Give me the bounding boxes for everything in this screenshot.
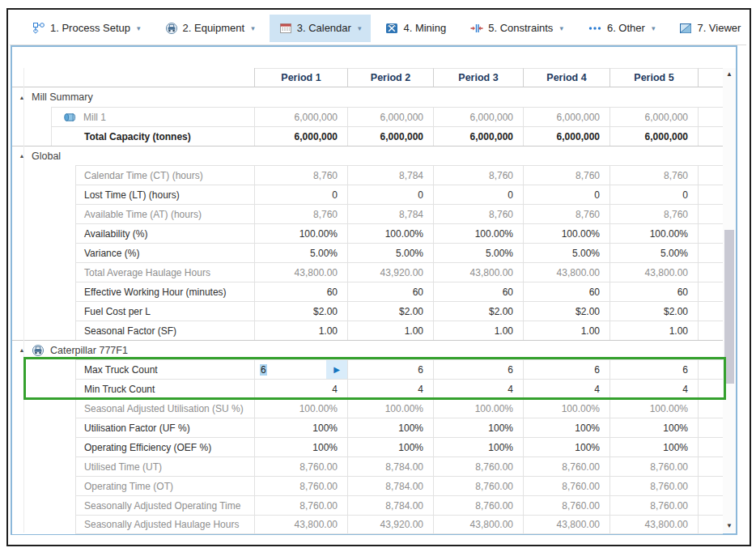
value-cell[interactable]: 6 xyxy=(348,359,434,379)
tab-2-equipment[interactable]: 2. Equipment▾ xyxy=(155,15,265,42)
tab-1-process-setup[interactable]: 1. Process Setup▾ xyxy=(23,15,151,42)
value-cell[interactable]: 6 xyxy=(434,359,524,379)
section-header-global[interactable]: ▲Global xyxy=(12,146,723,165)
value-cell[interactable]: 1.00 xyxy=(524,321,610,340)
value-cell[interactable]: 0 xyxy=(255,185,348,204)
header-filler xyxy=(699,68,723,87)
section-label: Caterpillar 777F1 xyxy=(50,345,128,356)
value-cell[interactable]: 60 xyxy=(524,282,610,301)
value-cell[interactable]: $2.00 xyxy=(434,301,524,321)
row-indent xyxy=(12,107,51,126)
value-cell[interactable]: 1.00 xyxy=(434,321,524,340)
chevron-down-icon[interactable]: ▾ xyxy=(652,24,656,32)
value-cell[interactable]: 5.00% xyxy=(610,243,699,262)
value-cell[interactable]: 100% xyxy=(434,437,524,456)
value-cell[interactable]: 1.00 xyxy=(610,321,699,340)
value-cell[interactable]: 4 xyxy=(348,379,434,398)
row-label[interactable]: Availability (%) xyxy=(75,223,255,243)
tab-4-mining[interactable]: 4. Mining xyxy=(376,15,456,42)
equipment-table: Period 1Period 2Period 3Period 4Period 5… xyxy=(12,68,723,534)
value-cell[interactable]: 4 xyxy=(434,379,524,398)
value-cell[interactable]: 4 xyxy=(255,379,348,398)
value-cell[interactable]: 5.00% xyxy=(524,243,610,262)
value-cell[interactable]: 0 xyxy=(348,185,434,204)
tab-3-calendar[interactable]: 3. Calendar▾ xyxy=(270,15,372,42)
row-label[interactable]: Operating Efficiency (OEF %) xyxy=(75,437,255,456)
scroll-down-icon[interactable]: ▼ xyxy=(723,520,736,531)
tab-7-viewer[interactable]: 7. Viewer xyxy=(669,15,750,42)
collapse-icon[interactable]: ▲ xyxy=(18,347,26,353)
table-row-utilisation-factor-uf: Utilisation Factor (UF %)100%100%100%100… xyxy=(12,418,723,437)
row-filler xyxy=(699,515,723,534)
value-cell[interactable]: 100.00% xyxy=(524,223,610,243)
value-cell[interactable]: 60 xyxy=(434,282,524,301)
value-cell[interactable]: 100% xyxy=(348,437,434,456)
scrollbar-thumb[interactable] xyxy=(724,230,734,384)
edit-cell-active[interactable]: 6▶ xyxy=(255,359,348,379)
value-cell[interactable]: 60 xyxy=(610,282,699,301)
row-indent xyxy=(12,165,75,185)
value-cell[interactable]: 0 xyxy=(610,185,699,204)
table-row-seasonally-adjusted-operating-time: Seasonally Adjusted Operating Time8,760.… xyxy=(12,495,723,515)
chevron-down-icon[interactable]: ▾ xyxy=(559,24,563,32)
value-cell[interactable]: 100.00% xyxy=(255,223,348,243)
value-cell[interactable]: 0 xyxy=(434,185,524,204)
value-cell[interactable]: 0 xyxy=(524,185,610,204)
value-cell[interactable]: 1.00 xyxy=(255,321,348,340)
edit-cell-value[interactable]: 6 xyxy=(260,364,267,376)
value-cell[interactable]: 6 xyxy=(524,359,610,379)
collapse-icon[interactable]: ▲ xyxy=(18,153,26,159)
chevron-down-icon[interactable]: ▾ xyxy=(251,24,255,32)
row-label[interactable]: Effective Working Hour (minutes) xyxy=(75,282,255,301)
row-label[interactable]: Max Truck Count xyxy=(75,359,255,379)
row-indent xyxy=(12,495,75,515)
row-label[interactable]: Min Truck Count xyxy=(75,379,255,398)
row-label[interactable]: Lost Time (LT) (hours) xyxy=(75,185,255,204)
value-cell[interactable]: 5.00% xyxy=(348,243,434,262)
chevron-down-icon[interactable]: ▾ xyxy=(358,24,362,32)
value-cell[interactable]: 100% xyxy=(524,418,610,437)
row-label[interactable]: Fuel Cost per L xyxy=(75,301,255,321)
column-header-period-1: Period 1 xyxy=(255,68,348,87)
collapse-icon[interactable]: ▲ xyxy=(18,95,26,100)
tab-5-constraints[interactable]: 5. Constraints▾ xyxy=(461,15,573,42)
value-cell[interactable]: 5.00% xyxy=(434,243,524,262)
value-cell[interactable]: 100% xyxy=(434,418,524,437)
tab-6-other[interactable]: 6. Other▾ xyxy=(578,15,665,42)
value-cell[interactable]: 6 xyxy=(610,359,699,379)
row-filler xyxy=(699,398,723,418)
scroll-up-icon[interactable]: ▲ xyxy=(723,68,736,79)
value-cell[interactable]: 100.00% xyxy=(610,223,699,243)
value-cell[interactable]: 4 xyxy=(524,379,610,398)
row-label[interactable]: Utilisation Factor (UF %) xyxy=(75,418,255,437)
value-cell[interactable]: 1.00 xyxy=(348,321,434,340)
chevron-down-icon[interactable]: ▾ xyxy=(137,24,141,32)
mining-icon xyxy=(385,22,398,35)
value-cell[interactable]: 100.00% xyxy=(348,223,434,243)
value-cell[interactable]: 100% xyxy=(255,418,348,437)
value-cell: 6,000,000 xyxy=(524,126,610,146)
row-label[interactable]: Variance (%) xyxy=(75,243,255,262)
value-cell[interactable]: 60 xyxy=(348,282,434,301)
value-cell[interactable]: $2.00 xyxy=(348,301,434,321)
value-cell[interactable]: 4 xyxy=(610,379,699,398)
cell-spinner-button[interactable]: ▶ xyxy=(326,360,347,379)
value-cell[interactable]: 60 xyxy=(255,282,348,301)
row-label[interactable]: Seasonal Factor (SF) xyxy=(75,321,255,340)
row-label-text: Fuel Cost per L xyxy=(84,306,151,317)
section-header-caterpillar-777f1[interactable]: ▲Caterpillar 777F1 xyxy=(12,340,723,359)
value-cell[interactable]: 100% xyxy=(610,437,699,456)
value-cell: 8,760.00 xyxy=(610,476,699,495)
vertical-scrollbar[interactable]: ▲ ▼ xyxy=(723,68,736,533)
value-cell[interactable]: 5.00% xyxy=(255,243,348,262)
value-cell[interactable]: 100% xyxy=(348,418,434,437)
section-header-mill-summary[interactable]: ▲Mill Summary xyxy=(12,87,723,107)
value-cell[interactable]: 100% xyxy=(610,418,699,437)
value-cell[interactable]: 100% xyxy=(524,437,610,456)
value-cell[interactable]: 100.00% xyxy=(434,223,524,243)
value-cell[interactable]: $2.00 xyxy=(610,301,699,321)
value-cell[interactable]: $2.00 xyxy=(255,301,348,321)
value-cell[interactable]: 100% xyxy=(255,437,348,456)
column-header-period-3: Period 3 xyxy=(434,68,524,87)
value-cell[interactable]: $2.00 xyxy=(524,301,610,321)
